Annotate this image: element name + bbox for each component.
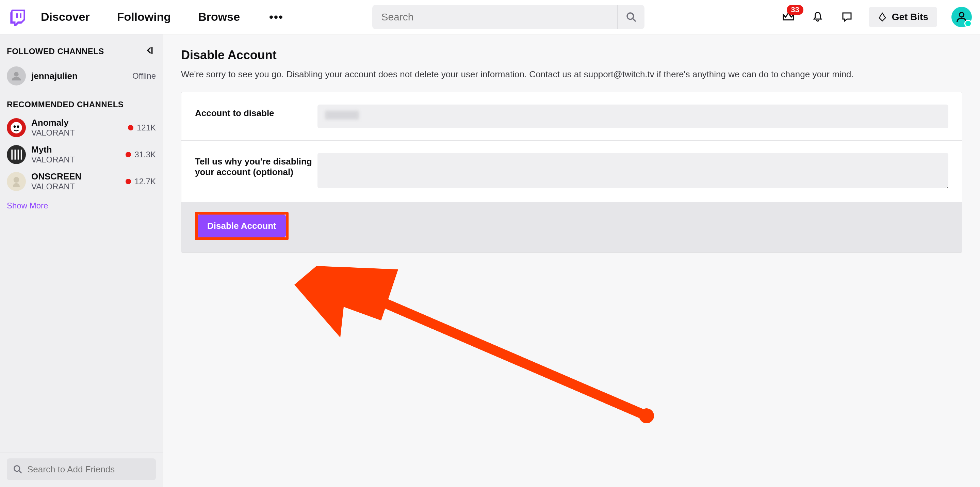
get-bits-label: Get Bits	[892, 11, 928, 22]
primary-nav: Discover Following Browse •••	[41, 10, 285, 24]
user-avatar[interactable]	[951, 7, 972, 27]
svg-rect-11	[14, 150, 16, 160]
page-title: Disable Account	[181, 48, 962, 62]
chat-icon	[841, 11, 853, 23]
channel-category: VALORANT	[31, 155, 120, 164]
svg-point-19	[639, 408, 654, 423]
recommended-channel-item[interactable]: Anomaly VALORANT 121K	[0, 114, 163, 141]
search-bar	[372, 5, 644, 29]
svg-rect-13	[21, 150, 22, 160]
page-description: We're sorry to see you go. Disabling you…	[181, 69, 962, 80]
channel-name: jennajulien	[31, 71, 127, 81]
channel-name: Myth	[31, 144, 120, 155]
notifications-badge: 33	[787, 5, 803, 15]
svg-rect-1	[20, 13, 21, 18]
svg-rect-0	[16, 13, 18, 18]
redacted-username	[325, 111, 359, 120]
disable-panel: Account to disable Tell us why you're di…	[181, 92, 962, 253]
person-icon	[955, 10, 969, 24]
disable-account-button[interactable]: Disable Account	[198, 214, 286, 237]
nav-more-icon[interactable]: •••	[267, 10, 285, 24]
notifications-button[interactable]	[810, 10, 825, 24]
recommended-title-text: RECOMMENDED CHANNELS	[7, 100, 124, 109]
nav-discover[interactable]: Discover	[41, 10, 90, 24]
svg-marker-17	[374, 293, 650, 423]
top-nav: Discover Following Browse ••• 33	[0, 0, 980, 34]
svg-point-6	[14, 72, 18, 76]
live-dot-icon	[126, 152, 131, 157]
search-icon	[626, 11, 637, 22]
followed-channel-item[interactable]: jennajulien Offline	[0, 63, 163, 89]
bits-icon	[878, 12, 887, 22]
svg-point-4	[959, 12, 964, 17]
friends-search-input[interactable]	[27, 464, 150, 475]
get-bits-button[interactable]: Get Bits	[869, 7, 937, 27]
twitch-logo-icon[interactable]	[8, 8, 27, 27]
live-dot-icon	[128, 125, 134, 131]
whispers-button[interactable]	[840, 10, 854, 24]
svg-line-3	[633, 18, 635, 21]
collapse-sidebar-button[interactable]	[144, 45, 156, 58]
show-more-link[interactable]: Show More	[0, 195, 163, 217]
svg-point-8	[14, 125, 16, 128]
svg-point-7	[11, 122, 22, 133]
channel-status: Offline	[132, 71, 156, 81]
friends-search[interactable]	[7, 458, 156, 480]
recommended-header: RECOMMENDED CHANNELS	[0, 96, 163, 114]
svg-point-14	[14, 177, 19, 182]
channel-avatar	[7, 66, 26, 85]
search-icon	[13, 465, 22, 474]
nav-browse[interactable]: Browse	[198, 10, 240, 24]
bell-icon	[811, 11, 824, 23]
panel-footer: Disable Account	[181, 202, 962, 252]
annotation-highlight: Disable Account	[195, 212, 288, 240]
svg-point-9	[17, 125, 19, 128]
topnav-right: 33 Get Bits	[781, 7, 972, 27]
channel-name: ONSCREEN	[31, 171, 120, 182]
channel-avatar	[7, 145, 26, 164]
channel-category: VALORANT	[31, 128, 123, 137]
followed-header: FOLLOWED CHANNELS	[0, 40, 163, 63]
search-input[interactable]	[372, 5, 617, 29]
channel-avatar	[7, 118, 26, 137]
live-dot-icon	[126, 179, 131, 184]
left-sidebar: FOLLOWED CHANNELS jennajulien Offline	[0, 34, 163, 487]
followed-title-text: FOLLOWED CHANNELS	[7, 47, 104, 56]
recommended-channel-item[interactable]: ONSCREEN VALORANT 12.7K	[0, 168, 163, 195]
reason-textarea[interactable]	[318, 153, 948, 188]
channel-category: VALORANT	[31, 182, 120, 192]
main-content: Disable Account We're sorry to see you g…	[163, 34, 980, 487]
account-label: Account to disable	[195, 105, 318, 118]
recommended-channel-item[interactable]: Myth VALORANT 31.3K	[0, 141, 163, 168]
account-name-field	[318, 105, 948, 128]
annotation-arrow-icon	[255, 218, 663, 457]
svg-line-16	[19, 471, 21, 473]
prime-loot-button[interactable]: 33	[781, 10, 796, 24]
reason-label: Tell us why you're disabling your accoun…	[195, 153, 318, 177]
channel-viewer-count: 12.7K	[126, 177, 156, 186]
nav-following[interactable]: Following	[117, 10, 171, 24]
channel-viewer-count: 31.3K	[126, 150, 156, 160]
svg-rect-12	[18, 150, 19, 160]
svg-rect-10	[11, 150, 13, 160]
collapse-icon	[144, 45, 156, 56]
search-button[interactable]	[617, 5, 644, 29]
channel-avatar	[7, 172, 26, 191]
channel-name: Anomaly	[31, 118, 123, 128]
svg-marker-18	[294, 266, 398, 337]
channel-viewer-count: 121K	[128, 123, 156, 133]
